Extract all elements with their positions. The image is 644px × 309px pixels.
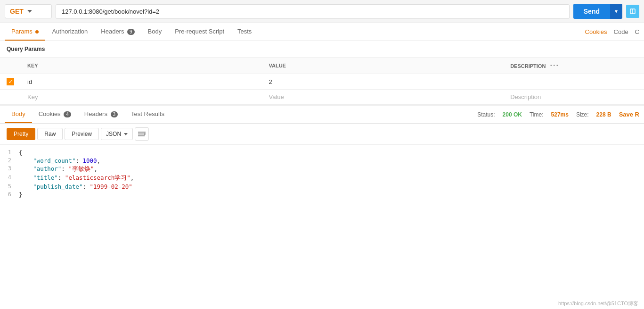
tab-code-right[interactable]: Code xyxy=(614,28,628,35)
tab-c-right[interactable]: C xyxy=(635,28,639,35)
row-desc[interactable] xyxy=(504,74,644,90)
col-key-header: KEY xyxy=(21,58,262,74)
table-row: ✓ id 2 xyxy=(0,74,644,90)
placeholder-key[interactable]: Key xyxy=(21,90,262,105)
send-btn-group: Send ▾ xyxy=(573,4,622,19)
checkbox-checked[interactable]: ✓ xyxy=(7,78,14,85)
url-input[interactable] xyxy=(56,4,570,19)
json-token-punct xyxy=(19,165,33,172)
json-token-punct: , xyxy=(94,165,98,172)
raw-button[interactable]: Raw xyxy=(37,128,63,140)
tab-params[interactable]: Params xyxy=(5,23,45,41)
json-line: 4 "title": "elasticsearch学习", xyxy=(0,174,644,183)
method-label: GET xyxy=(10,8,24,15)
tab-cookies-right[interactable]: Cookies xyxy=(585,28,607,35)
line-number: 4 xyxy=(0,174,19,181)
json-line: 1{ xyxy=(0,149,644,157)
query-params-section: Query Params KEY VALUE DESCRIPTION ··· ✓… xyxy=(0,41,644,105)
json-token-str: "1999-02-20" xyxy=(90,183,132,190)
preview-button[interactable]: Preview xyxy=(65,128,99,140)
json-token-punct: : xyxy=(61,165,68,172)
row-checkbox[interactable]: ✓ xyxy=(0,74,21,90)
json-viewer: 1{2 "word_count": 1000,3 "author": "李敏焕"… xyxy=(0,145,644,202)
send-button[interactable]: Send xyxy=(573,4,610,19)
json-content: "word_count": 1000, xyxy=(19,157,644,164)
json-token-punct: , xyxy=(130,174,134,181)
json-token-punct: : xyxy=(82,183,90,190)
resp-tab-cookies[interactable]: Cookies 4 xyxy=(32,106,78,123)
line-number: 5 xyxy=(0,183,19,190)
query-params-title: Query Params xyxy=(0,41,644,58)
json-line: 6} xyxy=(0,191,644,199)
corner-icon xyxy=(626,5,639,18)
resp-headers-badge: 3 xyxy=(111,111,118,117)
format-select[interactable]: JSON xyxy=(101,128,133,140)
size-value: 228 B xyxy=(596,111,611,118)
json-token-str: "李敏焕" xyxy=(68,165,94,172)
status-label: Status: xyxy=(477,111,495,118)
headers-badge: 9 xyxy=(127,29,135,35)
params-table: KEY VALUE DESCRIPTION ··· ✓ id 2 Key xyxy=(0,58,644,105)
tab-authorization[interactable]: Authorization xyxy=(45,23,94,41)
pretty-button[interactable]: Pretty xyxy=(7,128,35,140)
placeholder-value[interactable]: Value xyxy=(262,90,504,105)
col-value-header: VALUE xyxy=(262,58,504,74)
request-tabs: Params Authorization Headers 9 Body Pre-… xyxy=(0,23,644,41)
json-token-key: "title" xyxy=(33,174,58,181)
right-tabs: Cookies Code C xyxy=(585,28,639,35)
more-button[interactable]: ··· xyxy=(550,61,559,69)
line-number: 3 xyxy=(0,165,19,172)
json-token-punct xyxy=(19,183,33,190)
json-token-punct: , xyxy=(97,157,101,164)
line-number: 1 xyxy=(0,149,19,156)
json-content: } xyxy=(19,191,644,198)
format-label: JSON xyxy=(106,131,121,137)
line-number: 6 xyxy=(0,191,19,198)
json-line: 5 "publish_date": "1999-02-20" xyxy=(0,183,644,191)
resp-tab-body[interactable]: Body xyxy=(5,106,32,123)
col-desc-header: DESCRIPTION ··· xyxy=(504,58,644,74)
tab-pre-request[interactable]: Pre-request Script xyxy=(168,23,231,41)
json-token-num: 1000 xyxy=(82,157,97,164)
response-section: Body Cookies 4 Headers 3 Test Results St… xyxy=(0,105,644,202)
json-line: 2 "word_count": 1000, xyxy=(0,157,644,165)
placeholder-check xyxy=(0,90,21,105)
json-content: "author": "李敏焕", xyxy=(19,165,644,173)
resp-tab-headers[interactable]: Headers 3 xyxy=(78,106,124,123)
time-label: Time: xyxy=(530,111,544,118)
json-token-key: "publish_date" xyxy=(33,183,82,190)
wrap-button[interactable] xyxy=(135,127,149,141)
chevron-down-icon xyxy=(124,133,128,135)
top-bar: GET Send ▾ xyxy=(0,0,644,23)
pin-icon xyxy=(629,8,636,15)
json-content: { xyxy=(19,149,644,156)
json-token-key: "word_count" xyxy=(33,157,75,164)
time-value: 527ms xyxy=(551,111,569,118)
params-dot xyxy=(35,30,39,33)
tab-tests[interactable]: Tests xyxy=(231,23,258,41)
row-value[interactable]: 2 xyxy=(262,74,504,90)
json-token-punct: : xyxy=(75,157,82,164)
col-check-header xyxy=(0,58,21,74)
row-key[interactable]: id xyxy=(21,74,262,90)
json-token-punct: } xyxy=(19,191,23,198)
placeholder-desc[interactable]: Description xyxy=(504,90,644,105)
tab-headers[interactable]: Headers 9 xyxy=(94,23,141,41)
save-response-button[interactable]: Save R xyxy=(619,111,639,118)
resp-tab-test-results[interactable]: Test Results xyxy=(124,106,171,123)
tab-body[interactable]: Body xyxy=(141,23,169,41)
table-row-placeholder: Key Value Description xyxy=(0,90,644,105)
cookies-badge: 4 xyxy=(64,111,71,117)
chevron-down-icon xyxy=(27,10,32,13)
json-token-punct: : xyxy=(58,174,65,181)
method-select[interactable]: GET xyxy=(5,4,52,18)
json-token-punct xyxy=(19,174,33,181)
size-label: Size: xyxy=(576,111,589,118)
json-token-punct: { xyxy=(19,149,23,156)
json-content: "title": "elasticsearch学习", xyxy=(19,174,644,182)
send-dropdown-button[interactable]: ▾ xyxy=(610,4,622,19)
line-number: 2 xyxy=(0,157,19,164)
json-content: "publish_date": "1999-02-20" xyxy=(19,183,644,190)
json-line: 3 "author": "李敏焕", xyxy=(0,165,644,174)
status-value: 200 OK xyxy=(503,111,522,118)
